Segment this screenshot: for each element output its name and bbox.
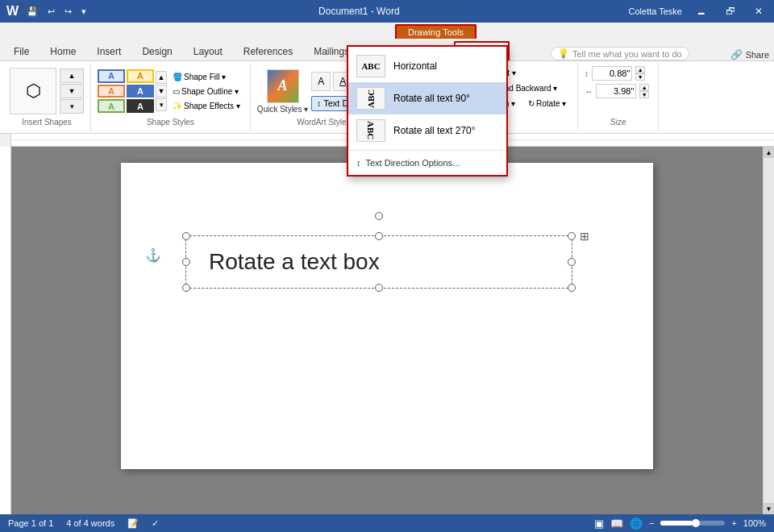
width-up[interactable]: ▲ xyxy=(639,84,649,91)
share-icon: 🔗 xyxy=(730,49,743,60)
shape-style-2[interactable]: A xyxy=(98,85,125,98)
zoom-thumb[interactable] xyxy=(692,519,700,527)
tell-me-placeholder: Tell me what you want to do xyxy=(572,49,682,59)
view-normal-icon[interactable]: ▣ xyxy=(594,517,604,530)
styles-expand[interactable]: ▾ xyxy=(156,98,167,111)
zoom-slider[interactable] xyxy=(660,521,725,526)
main-area: ⚓ ⊞ xyxy=(0,147,774,514)
shapes-scroll-up[interactable]: ▲ xyxy=(60,69,84,83)
shape-fill-button[interactable]: 🪣 Shape Fill ▾ xyxy=(169,71,243,83)
tell-me-input[interactable]: 💡 Tell me what you want to do xyxy=(551,47,689,60)
quick-styles-button[interactable]: A xyxy=(267,69,299,103)
dropdown-rotate90[interactable]: ABC Rotate all text 90° xyxy=(348,82,506,114)
shapes-gallery[interactable]: ⬡ xyxy=(10,68,56,114)
tab-insert[interactable]: Insert xyxy=(86,41,131,60)
shape-styles-label: Shape Styles xyxy=(147,118,194,128)
more-button[interactable]: ▾ xyxy=(78,5,89,19)
shape-style-4[interactable]: A xyxy=(127,69,154,83)
options-icon: ↕ xyxy=(356,158,361,168)
effects-icon: ✨ xyxy=(173,102,182,110)
handle-tr[interactable] xyxy=(568,232,576,240)
handle-ml[interactable] xyxy=(182,258,190,266)
height-down[interactable]: ▼ xyxy=(635,73,645,81)
dropdown-horizontal[interactable]: ABC Horizontal xyxy=(348,50,506,82)
dropdown-options[interactable]: ↕ Text Direction Options... xyxy=(348,154,506,172)
text-fill-button[interactable]: A xyxy=(311,72,331,91)
v-scrollbar[interactable]: ▲ ▼ xyxy=(763,147,774,514)
zoom-plus-button[interactable]: + xyxy=(731,518,736,528)
scroll-thumb[interactable] xyxy=(764,158,774,503)
textbox-wrapper: ⊞ Rotate a text box xyxy=(185,235,572,289)
styles-up[interactable]: ▲ xyxy=(156,71,167,84)
height-spinner: ▲ ▼ xyxy=(635,66,645,81)
redo-button[interactable]: ↪ xyxy=(61,5,75,19)
restore-button[interactable]: 🗗 xyxy=(721,4,740,19)
scroll-up[interactable]: ▲ xyxy=(764,147,774,158)
shape-style-3[interactable]: A xyxy=(98,99,125,113)
rotate270-icon: ABC xyxy=(356,119,385,142)
horizontal-icon: ABC xyxy=(356,55,385,77)
shapes-scroll-down[interactable]: ▼ xyxy=(60,84,84,98)
wordart-label: WordArt Styles xyxy=(297,118,351,128)
size-label: Size xyxy=(610,118,626,128)
zoom-minus-button[interactable]: − xyxy=(649,518,654,528)
shapes-expand[interactable]: ▾ xyxy=(60,99,84,114)
rotate-handle[interactable] xyxy=(375,212,383,220)
ruler-corner xyxy=(0,134,11,147)
user-name: Coletta Teske xyxy=(629,6,682,16)
handle-tl[interactable] xyxy=(182,232,190,240)
share-button[interactable]: Share xyxy=(746,50,769,60)
shape-styles-group: A A A A A A ▲ ▼ ▾ 🪣 Shape Fill xyxy=(91,63,251,131)
width-down[interactable]: ▼ xyxy=(639,91,649,98)
view-reading-icon[interactable]: 📖 xyxy=(610,517,623,530)
doc-scroll-area[interactable]: ⚓ ⊞ xyxy=(11,147,763,514)
scroll-down[interactable]: ▼ xyxy=(764,503,774,514)
textbox-selection[interactable]: ⊞ Rotate a text box xyxy=(185,235,572,289)
outline-icon: ▭ xyxy=(173,87,180,96)
height-up[interactable]: ▲ xyxy=(635,66,645,73)
layout-options-button[interactable]: ⊞ xyxy=(580,230,589,243)
shape-style-5[interactable]: A xyxy=(127,85,154,98)
rotate-button[interactable]: ↻ Rotate ▾ xyxy=(523,97,571,110)
zoom-fill xyxy=(660,521,693,526)
drawing-tools-tab[interactable]: Drawing Tools xyxy=(395,24,476,39)
quick-styles-label[interactable]: Quick Styles ▾ xyxy=(257,105,308,114)
title-bar: W 💾 ↩ ↪ ▾ Document1 - Word Coletta Teske… xyxy=(0,0,774,23)
rotate90-icon: ABC xyxy=(356,87,385,110)
save-button[interactable]: 💾 xyxy=(23,5,41,19)
tab-home[interactable]: Home xyxy=(40,41,86,60)
zoom-level[interactable]: 100% xyxy=(743,518,766,528)
word-logo-icon: W xyxy=(6,4,19,19)
text-direction-dropdown: ABC Horizontal ABC Rotate all text 90° A… xyxy=(347,45,508,177)
shape-style-6[interactable]: A xyxy=(127,99,154,113)
handle-bc[interactable] xyxy=(375,284,383,292)
height-input[interactable] xyxy=(592,66,632,81)
width-input[interactable] xyxy=(596,84,636,98)
tab-references[interactable]: References xyxy=(233,41,303,60)
undo-button[interactable]: ↩ xyxy=(44,5,58,19)
handle-mr[interactable] xyxy=(568,258,576,266)
shape-outline-button[interactable]: ▭ Shape Outline ▾ xyxy=(169,85,243,98)
view-web-icon[interactable]: 🌐 xyxy=(630,517,643,530)
quick-access-toolbar: 💾 ↩ ↪ ▾ xyxy=(23,5,89,19)
close-button[interactable]: ✕ xyxy=(750,4,768,19)
handle-tc[interactable] xyxy=(375,232,383,240)
notes-icon[interactable]: 📝 xyxy=(127,518,139,529)
tab-file[interactable]: File xyxy=(3,41,40,60)
track-icon[interactable]: ✓ xyxy=(152,518,159,529)
width-spinner: ▲ ▼ xyxy=(639,84,649,98)
textbox-content: Rotate a text box xyxy=(209,249,549,275)
shape-style-1[interactable]: A xyxy=(98,69,125,83)
status-left: Page 1 of 1 4 of 4 words 📝 ✓ xyxy=(8,518,159,529)
styles-down[interactable]: ▼ xyxy=(156,85,167,98)
shape-effects-button[interactable]: ✨ Shape Effects ▾ xyxy=(169,100,243,112)
tab-layout[interactable]: Layout xyxy=(183,41,233,60)
tab-design[interactable]: Design xyxy=(131,41,182,60)
dropdown-rotate270[interactable]: ABC Rotate all text 270° xyxy=(348,114,506,147)
minimize-button[interactable]: 🗕 xyxy=(692,4,711,19)
handle-bl[interactable] xyxy=(182,284,190,292)
handle-br[interactable] xyxy=(568,284,576,292)
status-right: ▣ 📖 🌐 − + 100% xyxy=(594,517,766,530)
status-bar: Page 1 of 1 4 of 4 words 📝 ✓ ▣ 📖 🌐 − + 1… xyxy=(0,514,774,532)
paint-icon: 🪣 xyxy=(173,73,182,81)
